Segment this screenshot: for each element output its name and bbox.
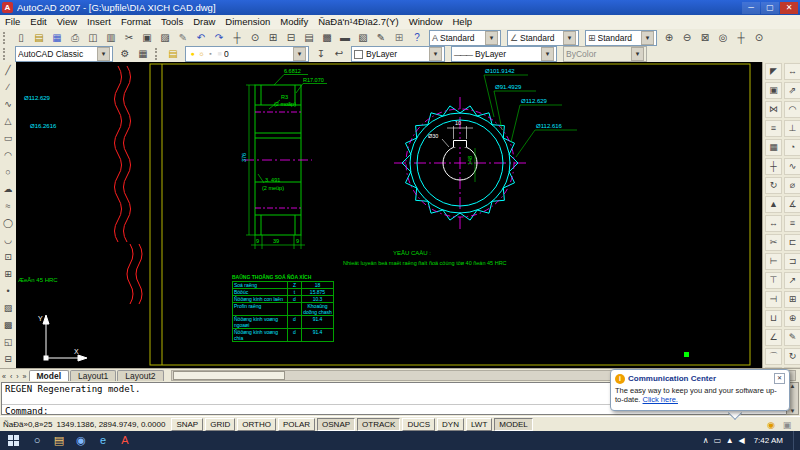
menu--a-n-4-a2-7-y-[interactable]: ÑaÐä'n¹4Ðïa2.7(Y) [313, 15, 404, 29]
tool-palettes-icon[interactable]: ▬ [336, 30, 354, 46]
edge-icon[interactable]: e [92, 430, 114, 450]
zoom-all-icon[interactable]: ⊠ [696, 30, 714, 46]
polygon-icon[interactable]: △ [0, 113, 16, 129]
layer-on-bulb-icon[interactable]: ● [188, 48, 197, 60]
title-bar[interactable]: A AutoCAD 2007 - [G:\upfile\DIA XICH CAD… [0, 0, 800, 15]
toolbar-grip[interactable] [3, 48, 9, 60]
chevron-down-icon[interactable]: ▾ [429, 47, 442, 61]
popup-close-button[interactable]: ✕ [774, 373, 785, 384]
join-icon[interactable]: ⊔ [765, 310, 782, 327]
tab-nav-2[interactable]: › [14, 373, 20, 380]
stretch-icon[interactable]: ↔ [765, 215, 782, 232]
tolerance-icon[interactable]: ⊞ [784, 291, 800, 308]
drawing-canvas[interactable]: Ø112.629 Ø16.2616 ÆeÃn 45 HRC [16, 62, 762, 368]
offset-icon[interactable]: ≡ [765, 120, 782, 137]
chevron-up-icon[interactable]: ∧ [700, 433, 712, 449]
restore-button[interactable]: ▢ [761, 2, 779, 14]
dim-arc-length-icon[interactable]: ◠ [784, 101, 800, 118]
copy-object-icon[interactable]: ▣ [765, 82, 782, 99]
layer-color-chip-icon[interactable]: ■ [215, 48, 224, 60]
chevron-down-icon[interactable]: ▾ [293, 47, 306, 61]
undo-icon[interactable]: ↶ [192, 30, 210, 46]
markup-set-manager-icon[interactable]: ✎ [372, 30, 390, 46]
zoom-in-icon[interactable]: ⊕ [660, 30, 678, 46]
workspace-save-icon[interactable]: ▦ [134, 46, 152, 62]
move-icon[interactable]: ┼ [765, 158, 782, 175]
scrollbar-thumb[interactable] [173, 371, 285, 380]
pan-icon[interactable]: ┼ [228, 30, 246, 46]
toolbar-grip[interactable] [3, 32, 9, 44]
tab-nav-0[interactable]: « [0, 373, 8, 380]
text-style-combo[interactable]: A Standard ▾ [429, 30, 501, 46]
properties-icon[interactable]: ▤ [300, 30, 318, 46]
dim-radius-icon[interactable]: ◔ [784, 139, 800, 156]
region-icon[interactable]: ◱ [0, 334, 16, 350]
workspace-combo[interactable]: AutoCAD Classic ▾ [15, 46, 113, 62]
toggle-grid[interactable]: GRID [205, 418, 235, 431]
hatch-icon[interactable]: ▨ [0, 300, 16, 316]
fillet-icon[interactable]: ⌒ [765, 348, 782, 365]
communication-center-icon[interactable]: ◉ [764, 418, 778, 432]
layer-freeze-sun-icon[interactable]: ☼ [197, 48, 206, 60]
paste-icon[interactable]: ▨ [156, 30, 174, 46]
chevron-down-icon[interactable]: ▾ [485, 31, 498, 45]
point-icon[interactable]: • [0, 283, 16, 299]
insert-block-icon[interactable]: ⊡ [0, 249, 16, 265]
menu-window[interactable]: Window [404, 15, 448, 29]
zoom-extents-icon[interactable]: ◎ [714, 30, 732, 46]
layer-combo[interactable]: ●☼▪■ 0 ▾ [185, 46, 309, 62]
spline-icon[interactable]: ≈ [0, 198, 16, 214]
menu-file[interactable]: File [0, 15, 25, 29]
toggle-osnap[interactable]: OSNAP [317, 418, 355, 431]
menu-help[interactable]: Help [448, 15, 478, 29]
popup-click-here-link[interactable]: Click here. [643, 395, 678, 404]
qnew-icon[interactable]: ▯ [12, 30, 30, 46]
mirror-icon[interactable]: ⋈ [765, 101, 782, 118]
dim-update-icon[interactable]: ↻ [784, 348, 800, 365]
table-icon[interactable]: ⊟ [0, 351, 16, 367]
autocad-icon[interactable]: A [114, 430, 136, 450]
polyline-icon[interactable]: ∿ [0, 96, 16, 112]
file-explorer-icon[interactable]: ▤ [48, 430, 70, 450]
toggle-lwt[interactable]: LWT [466, 418, 492, 431]
chevron-down-icon[interactable]: ▾ [563, 31, 576, 45]
menu-draw[interactable]: Draw [188, 15, 220, 29]
linetype-combo[interactable]: ——— ByLayer ▾ [451, 46, 557, 62]
toggle-dyn[interactable]: DYN [437, 418, 464, 431]
dim-angular-icon[interactable]: ∡ [784, 196, 800, 213]
rotate-icon[interactable]: ↻ [765, 177, 782, 194]
menu-dimension[interactable]: Dimension [220, 15, 275, 29]
ellipse-icon[interactable]: ◯ [0, 215, 16, 231]
search-icon[interactable]: ○ [26, 430, 48, 450]
help-icon[interactable]: ? [408, 30, 426, 46]
menu-insert[interactable]: Insert [82, 15, 116, 29]
layer-lock-icon[interactable]: ▪ [206, 48, 215, 60]
show-desktop-button[interactable] [793, 431, 798, 450]
scroll-down-icon[interactable]: ▼ [790, 408, 796, 414]
circle-icon[interactable]: ○ [0, 164, 16, 180]
sheet-set-manager-icon[interactable]: ▧ [354, 30, 372, 46]
color-combo[interactable]: ByLayer ▾ [351, 46, 445, 62]
erase-icon[interactable]: ◤ [765, 63, 782, 80]
redo-icon[interactable]: ↷ [210, 30, 228, 46]
toolbar-lock-icon[interactable]: ▣ [780, 418, 794, 432]
cut-icon[interactable]: ✂ [120, 30, 138, 46]
dim-ordinate-icon[interactable]: ⊥ [784, 120, 800, 137]
taskbar-clock[interactable]: 7:42 AM [754, 436, 783, 445]
toggle-ortho[interactable]: ORTHO [237, 418, 276, 431]
chevron-down-icon[interactable]: ▾ [641, 31, 654, 45]
center-mark-icon[interactable]: ⊕ [784, 310, 800, 327]
toggle-polar[interactable]: POLAR [278, 418, 315, 431]
arc-icon[interactable]: ◠ [0, 147, 16, 163]
trim-icon[interactable]: ✂ [765, 234, 782, 251]
toggle-otrack[interactable]: OTRACK [357, 418, 400, 431]
network-icon[interactable]: ▲ [724, 433, 736, 449]
start-button[interactable] [0, 431, 26, 450]
chrome-icon[interactable]: ◉ [70, 430, 92, 450]
zoom-window-icon[interactable]: ⊞ [264, 30, 282, 46]
ellipse-arc-icon[interactable]: ◡ [0, 232, 16, 248]
menu-edit[interactable]: Edit [25, 15, 51, 29]
save-icon[interactable]: ▦ [48, 30, 66, 46]
layer-previous-icon[interactable]: ↩ [330, 46, 348, 62]
chamfer-icon[interactable]: ∠ [765, 329, 782, 346]
